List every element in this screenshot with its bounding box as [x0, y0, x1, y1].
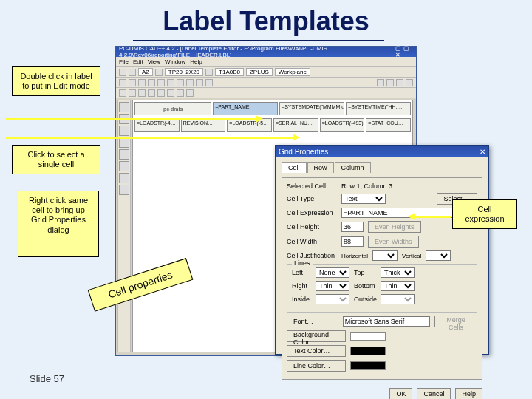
menu-view[interactable]: View: [148, 58, 160, 65]
tb-combo[interactable]: A2: [138, 68, 153, 76]
just-h-label: Horizontal: [341, 253, 368, 259]
side-icon[interactable]: [119, 149, 129, 160]
font-button[interactable]: Font…: [287, 316, 338, 327]
tb-icon[interactable]: [377, 79, 384, 86]
callout-edit-mode: Double click in label to put in Edit mod…: [12, 66, 100, 96]
toolbar-3[interactable]: [116, 88, 416, 98]
side-icon[interactable]: [119, 137, 129, 148]
tb-icon[interactable]: [196, 79, 203, 86]
grid-properties-dialog: Grid Properties ✕ Cell Row Column Select…: [275, 145, 489, 355]
tb-icon[interactable]: [148, 79, 155, 86]
annotation-arrow: [414, 216, 451, 218]
lines-group: Lines Left None Top Thick Right Thin Bot…: [287, 264, 477, 313]
tb-combo[interactable]: T1A0B0: [215, 68, 244, 76]
cancel-button[interactable]: Cancel: [417, 388, 451, 399]
side-icon[interactable]: [119, 161, 129, 171]
app-menubar[interactable]: File Edit View Window Help: [116, 57, 416, 67]
tb-icon[interactable]: [186, 79, 194, 86]
even-widths-button[interactable]: Even Widths: [368, 236, 419, 248]
toolbar-2[interactable]: [116, 78, 416, 88]
tb-combo[interactable]: Workplane: [275, 68, 310, 76]
menu-file[interactable]: File: [119, 58, 129, 65]
tab-column[interactable]: Column: [335, 162, 371, 173]
help-button[interactable]: Help: [455, 388, 482, 399]
tb-combo[interactable]: TP20_2X20: [165, 68, 203, 76]
line-outside-label: Outside: [354, 296, 376, 303]
tb-icon[interactable]: [157, 89, 165, 97]
line-inside-select[interactable]: [316, 294, 349, 304]
tb-icon[interactable]: [205, 79, 213, 86]
menu-help[interactable]: Help: [190, 58, 202, 65]
tb-combo[interactable]: ZPLUS: [246, 68, 273, 76]
tb-icon[interactable]: [155, 69, 163, 76]
cell-height-input[interactable]: [341, 222, 364, 232]
tb-icon[interactable]: [129, 79, 136, 86]
dialog-button-row: OK Cancel Help: [276, 384, 488, 399]
tb-icon[interactable]: [386, 79, 394, 86]
label-cell[interactable]: =SYSTEMTIME("HH:…: [346, 102, 411, 115]
line-right-label: Right: [292, 282, 311, 290]
line-outside-select[interactable]: [381, 294, 415, 304]
side-icon[interactable]: [119, 126, 129, 136]
line-color-button[interactable]: Line Color…: [287, 360, 346, 372]
tb-icon[interactable]: [406, 79, 413, 86]
dialog-tabs: Cell Row Column: [282, 162, 482, 173]
tb-icon[interactable]: [167, 79, 174, 86]
just-v-label: Vertical: [402, 253, 421, 259]
line-color-swatch: [350, 361, 386, 370]
tab-row[interactable]: Row: [307, 162, 334, 173]
side-icon[interactable]: [119, 185, 129, 195]
line-top-select[interactable]: Thick: [381, 267, 415, 278]
tb-icon[interactable]: [138, 79, 146, 86]
label-row-1[interactable]: pc·dmis =PART_NAME =SYSTEMDATE("MMMM dd,…: [133, 100, 412, 117]
tb-icon[interactable]: [177, 89, 184, 97]
cell-width-label: Cell Width: [287, 238, 337, 245]
app-titlebar: PC-DMIS CAD++ 4.2 - [Label Template Edit…: [116, 47, 416, 57]
just-v-select[interactable]: [426, 250, 451, 261]
font-display: [343, 316, 430, 327]
tb-icon[interactable]: [186, 89, 194, 97]
tb-icon[interactable]: [119, 89, 126, 97]
tb-icon[interactable]: [177, 79, 184, 86]
tb-icon[interactable]: [129, 89, 136, 97]
tb-icon[interactable]: [205, 69, 213, 76]
toolbar-1[interactable]: A2 TP20_2X20 T1A0B0 ZPLUS Workplane: [116, 67, 416, 78]
even-heights-button[interactable]: Even Heights: [368, 221, 421, 233]
label-cell[interactable]: =SYSTEMDATE("MMMM dd, yyyy"): [279, 102, 344, 115]
ok-button[interactable]: OK: [389, 388, 412, 399]
tb-icon[interactable]: [148, 89, 155, 97]
callout-cell-expression: Cell expression: [452, 200, 517, 229]
tb-icon[interactable]: [167, 89, 174, 97]
tb-icon[interactable]: [129, 69, 136, 76]
tb-icon[interactable]: [396, 79, 403, 86]
bg-color-button[interactable]: Background Color…: [287, 330, 346, 342]
annotation-arrow: [6, 137, 294, 139]
tb-icon[interactable]: [138, 89, 146, 97]
menu-window[interactable]: Window: [165, 58, 185, 65]
label-cell[interactable]: =LOADSTR(-493): [320, 118, 365, 132]
side-icon[interactable]: [119, 102, 129, 112]
tab-cell[interactable]: Cell: [282, 162, 307, 173]
side-icon[interactable]: [119, 173, 129, 183]
label-cell[interactable]: =STAT_COU…: [366, 118, 411, 132]
label-cell[interactable]: =PART_NAME: [213, 102, 278, 115]
cell-height-label: Cell Height: [287, 223, 337, 231]
merge-cells-button[interactable]: Merge Cells: [434, 316, 477, 327]
cell-type-select[interactable]: Text: [341, 194, 386, 204]
line-left-select[interactable]: None: [316, 267, 349, 278]
text-color-button[interactable]: Text Color…: [287, 345, 346, 357]
menu-edit[interactable]: Edit: [133, 58, 143, 65]
line-right-select[interactable]: Thin: [316, 281, 349, 291]
cell-type-label: Cell Type: [287, 195, 337, 202]
close-icon[interactable]: ✕: [480, 148, 485, 156]
tb-icon[interactable]: [119, 79, 126, 86]
annotation-arrow: [6, 118, 257, 120]
cell-width-input[interactable]: [341, 236, 364, 247]
tb-icon[interactable]: [157, 79, 165, 86]
line-bottom-select[interactable]: Thin: [381, 281, 415, 291]
line-bottom-label: Bottom: [354, 282, 376, 290]
label-logo-cell[interactable]: pc·dmis: [134, 102, 211, 115]
label-cell[interactable]: =SERIAL_NU…: [273, 118, 318, 132]
tb-icon[interactable]: [119, 69, 126, 76]
just-h-select[interactable]: [372, 250, 398, 261]
